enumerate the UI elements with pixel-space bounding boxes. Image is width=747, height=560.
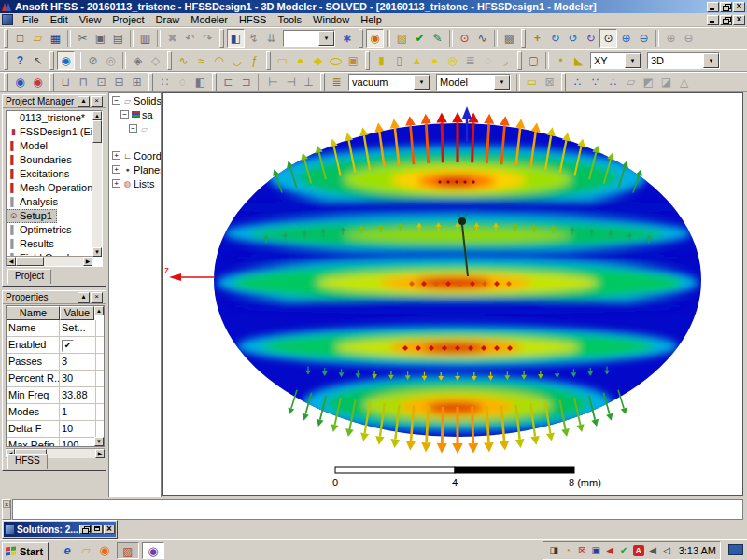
draw-circle-button[interactable]: ● <box>291 51 309 70</box>
dropdown-arrow-icon[interactable]: ▼ <box>703 53 719 68</box>
draw-spiral-button[interactable]: ◌ <box>479 51 497 70</box>
scroll-down-icon[interactable]: ▼ <box>92 247 102 257</box>
field-plot-3d[interactable]: z 0 4 8 (mm) <box>163 93 742 495</box>
muted-speaker-icon[interactable]: ◀ <box>646 543 660 558</box>
properties-titlebar[interactable]: Properties ▴ × <box>3 291 106 304</box>
menu-view[interactable]: View <box>74 13 107 26</box>
scroll-right-icon[interactable]: ▶ <box>95 449 105 458</box>
draw-helix-button[interactable]: ≣ <box>461 51 479 70</box>
solve-setup-button[interactable]: ∗ <box>338 29 356 48</box>
menu-help[interactable]: Help <box>355 13 388 26</box>
collapse-icon[interactable]: ▴ <box>78 96 90 107</box>
profile-button[interactable]: ⊙ <box>456 29 473 48</box>
align-z-button[interactable]: ⊥ <box>300 73 317 91</box>
property-row[interactable]: Passes3 <box>7 354 104 371</box>
analyze-all-button[interactable]: ↯ <box>245 29 262 48</box>
draw-plane-button[interactable]: ◣ <box>570 51 587 70</box>
scheduler-icon[interactable]: ✔ <box>617 543 631 558</box>
speaker-icon[interactable]: ◁ <box>660 543 674 558</box>
paste-button[interactable]: ▤ <box>109 29 127 48</box>
validation-report-button[interactable]: ▧ <box>393 29 411 48</box>
tree-item-model[interactable]: ▌Model <box>7 139 102 153</box>
submit-job-button[interactable]: ⇊ <box>262 29 280 48</box>
scroll-up-icon[interactable]: ▲ <box>94 306 104 315</box>
validation-check-button[interactable]: ◧ <box>227 29 245 48</box>
restore-button[interactable] <box>720 2 732 12</box>
close-button[interactable] <box>104 525 115 534</box>
rotate-model-button[interactable]: ↺ <box>564 29 582 48</box>
horizontal-scrollbar[interactable]: ◀ ▶ <box>7 256 92 266</box>
boolean-intersect-button[interactable]: ⊡ <box>92 73 110 91</box>
menu-tools[interactable]: Tools <box>272 13 307 26</box>
zoom-in-rect-button[interactable]: ⊕ <box>617 29 635 48</box>
boolean-subtract-button[interactable]: ⊓ <box>75 73 92 91</box>
windows-update-icon[interactable]: ◔ <box>561 543 575 558</box>
menu-file[interactable]: File <box>17 13 45 26</box>
menu-modeler[interactable]: Modeler <box>185 13 233 26</box>
zoom-fit-button[interactable]: ⊙ <box>599 29 617 48</box>
property-row[interactable]: Delta F10 <box>7 421 104 438</box>
model-tree-planes[interactable]: +●Planes <box>109 162 161 176</box>
layers-button[interactable]: ≣ <box>328 73 345 91</box>
save-button[interactable]: ▦ <box>47 29 64 48</box>
measure-position-button[interactable]: ◪ <box>657 73 675 91</box>
child-close-button[interactable] <box>733 15 745 25</box>
model-tree-material[interactable]: −sa <box>109 107 161 121</box>
volume-blocked-icon[interactable]: ◀ <box>603 543 617 558</box>
antivirus-icon[interactable]: A <box>633 545 644 556</box>
menu-hfss[interactable]: HFSS <box>233 13 272 26</box>
dropdown-arrow-icon[interactable]: ▼ <box>414 75 430 90</box>
offline-status-icon[interactable]: ⊠ <box>575 543 589 558</box>
solutions-window[interactable]: Solutions: 2... <box>2 520 118 539</box>
draw-bondwire-button[interactable]: ◞ <box>497 51 514 70</box>
view-combo[interactable]: 3D▼ <box>647 52 720 69</box>
draw-box-corner-button[interactable]: ▣ <box>345 51 362 70</box>
vertical-scrollbar[interactable]: ▲ ▼ <box>92 111 102 257</box>
draw-sphere-button[interactable]: ● <box>426 51 444 70</box>
rotate-object-button[interactable]: ⊐ <box>237 73 255 91</box>
sweep-combo[interactable]: ▼ <box>283 30 335 47</box>
face-cs-button[interactable]: ▱ <box>622 73 640 91</box>
folder-icon[interactable]: ▱ <box>77 542 95 559</box>
modeler-viewport[interactable]: z 0 4 8 (mm) <box>162 92 743 496</box>
delete-button[interactable]: ✖ <box>163 29 181 48</box>
close-button[interactable] <box>733 2 745 12</box>
draw-spline-button[interactable]: ≈ <box>192 51 210 70</box>
rotate-center-button[interactable]: ↻ <box>546 29 564 48</box>
child-restore-button[interactable] <box>720 15 732 25</box>
verify-design-button[interactable]: ✔ <box>411 29 429 48</box>
scroll-down-icon[interactable]: ▼ <box>94 437 104 446</box>
material-combo[interactable]: vacuum▼ <box>348 74 430 91</box>
media-player-icon[interactable]: ◉ <box>95 542 114 559</box>
property-row[interactable]: NameSet... <box>7 320 104 337</box>
zoom-out-rect-button[interactable]: ⊖ <box>635 29 653 48</box>
hide-selection-button[interactable]: ⊘ <box>84 51 102 70</box>
menu-window[interactable]: Window <box>307 13 355 26</box>
dropdown-arrow-icon[interactable]: ▼ <box>318 31 334 46</box>
global-cs-button[interactable]: ∵ <box>586 73 604 91</box>
draw-equation-curve-button[interactable]: ƒ <box>246 51 263 70</box>
safely-remove-icon[interactable]: ◨ <box>547 543 561 558</box>
draw-polygon-button[interactable]: ◆ <box>309 51 327 70</box>
draw-line-button[interactable]: ∿ <box>175 51 192 70</box>
scroll-left-icon[interactable]: ◀ <box>7 257 16 266</box>
draw-rectangle-button[interactable]: ▭ <box>274 51 291 70</box>
display-icon[interactable]: ▣ <box>589 543 603 558</box>
property-row[interactable]: Min Freq33.88 <box>7 387 104 404</box>
property-row[interactable]: Enabled✔ <box>7 337 104 354</box>
plane-combo[interactable]: XY▼ <box>590 52 641 69</box>
column-header-name[interactable]: Name <box>7 306 60 320</box>
property-row[interactable]: Modes1 <box>7 404 104 421</box>
collapse-icon[interactable]: ▴ <box>78 292 90 303</box>
draw-box-button[interactable]: ▮ <box>373 51 390 70</box>
child-minimize-button[interactable] <box>707 15 719 25</box>
duplicate-along-line-button[interactable]: ∷ <box>156 73 174 91</box>
tree-item-setup1[interactable]: ⊙Setup1 <box>7 209 57 223</box>
scroll-right-icon[interactable]: ▶ <box>83 257 92 266</box>
graphics-app-button[interactable]: ▨ <box>117 542 139 559</box>
hide-all-button[interactable]: ◇ <box>147 51 164 70</box>
pan-button[interactable]: + <box>529 29 546 48</box>
scroll-thumb[interactable] <box>16 257 44 266</box>
create-region-button[interactable]: ⊠ <box>541 73 558 91</box>
unite-button[interactable]: ◉ <box>11 73 29 91</box>
